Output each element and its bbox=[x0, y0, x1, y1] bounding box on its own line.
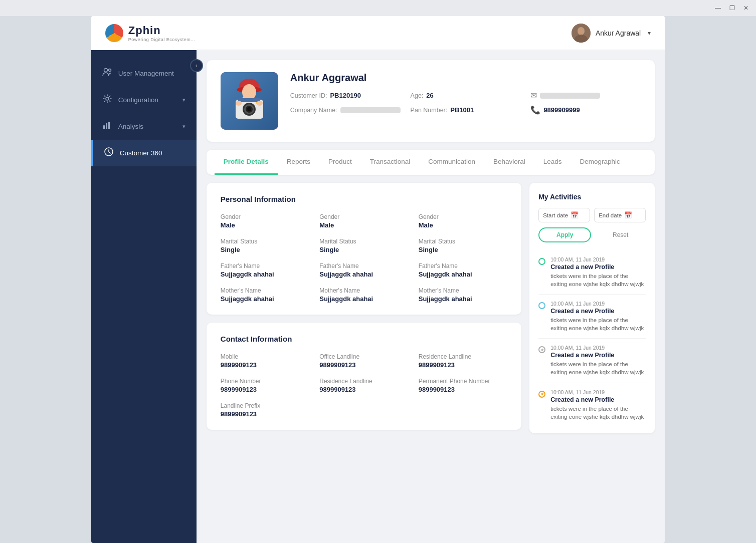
apply-button[interactable]: Apply bbox=[538, 227, 591, 242]
svg-point-22 bbox=[236, 101, 242, 106]
app-layout: ‹ User Management bbox=[91, 50, 665, 543]
svg-rect-8 bbox=[108, 122, 110, 129]
profile-photo bbox=[221, 72, 278, 130]
tab-communication[interactable]: Communication bbox=[419, 150, 484, 175]
svg-point-23 bbox=[257, 101, 263, 106]
start-date-label: Start date bbox=[543, 212, 568, 218]
contact-info-title: Contact Information bbox=[221, 335, 507, 343]
end-date-button[interactable]: End date 📅 bbox=[594, 208, 646, 222]
info-field: Gender Male bbox=[221, 213, 309, 229]
sidebar-item-analysis[interactable]: Analysis ▾ bbox=[91, 113, 197, 140]
configuration-chevron-icon: ▾ bbox=[182, 97, 185, 103]
activity-time: 10:00 AM, 11 Jun 2019 bbox=[550, 345, 646, 351]
reset-button[interactable]: Reset bbox=[595, 227, 646, 242]
start-date-button[interactable]: Start date 📅 bbox=[538, 208, 590, 222]
contact-col-2: Office Landline 9899909123 Residence Lan… bbox=[319, 353, 408, 418]
activity-time: 10:00 AM, 11 Jun 2019 bbox=[550, 256, 646, 262]
company-blurred bbox=[340, 107, 401, 113]
activities-panel: My Activities Start date 📅 End date 📅 Ap… bbox=[529, 183, 655, 433]
svg-point-20 bbox=[242, 84, 256, 100]
profile-pan: Pan Number: PB1001 bbox=[411, 105, 521, 115]
activity-list: 10:00 AM, 11 Jun 2019 Created a new Prof… bbox=[538, 250, 646, 427]
contact-info-panel: Contact Information Mobile 9899909123 bbox=[207, 323, 521, 430]
info-field-res-landline2: Residence Landline 9899909123 bbox=[419, 353, 507, 369]
info-field-residence-landline: Residence Landline 9899909123 bbox=[319, 378, 408, 393]
end-date-label: End date bbox=[599, 212, 622, 218]
activity-title-text: Created a new Profile bbox=[550, 352, 646, 359]
info-field: Gender Male bbox=[319, 213, 408, 229]
tab-reports[interactable]: Reports bbox=[278, 150, 319, 175]
svg-point-15 bbox=[247, 107, 251, 111]
user-avatar bbox=[572, 24, 591, 43]
contact-col-3: Residence Landline 9899909123 Permanent … bbox=[419, 353, 507, 418]
app-window: Zphin Powering Digital Ecosystem... Anku… bbox=[91, 16, 665, 543]
analysis-icon bbox=[102, 120, 112, 133]
activity-body: 10:00 AM, 11 Jun 2019 Created a new Prof… bbox=[550, 256, 646, 288]
personal-info-title: Personal Information bbox=[221, 195, 507, 203]
date-filters: Start date 📅 End date 📅 bbox=[538, 208, 646, 222]
user-menu[interactable]: Ankur Agrawal ▾ bbox=[572, 24, 651, 43]
sidebar-label-customer360: Customer 360 bbox=[120, 149, 185, 157]
phone-icon: 📞 bbox=[530, 105, 540, 115]
info-field-mobile: Mobile 9899909123 bbox=[221, 353, 309, 369]
user-chevron-icon: ▾ bbox=[648, 30, 651, 37]
sidebar-label-user-management: User Management bbox=[118, 70, 185, 77]
email-blurred bbox=[540, 93, 600, 99]
personal-col-3: Gender Male Marital Status Single bbox=[419, 213, 507, 303]
info-field: Gender Male bbox=[419, 213, 507, 229]
sidebar-item-configuration[interactable]: Configuration ▾ bbox=[91, 87, 197, 113]
users-icon bbox=[102, 67, 112, 80]
calendar-icon: 📅 bbox=[624, 211, 632, 219]
activity-body: 10:00 AM, 11 Jun 2019 Created a new Prof… bbox=[550, 301, 646, 332]
email-icon: ✉ bbox=[530, 91, 537, 100]
close-button[interactable]: ✕ bbox=[742, 4, 750, 12]
tab-demographic[interactable]: Demographic bbox=[571, 150, 629, 175]
customer360-icon bbox=[104, 147, 114, 159]
activity-desc: tickets were in the place of the exiting… bbox=[550, 405, 646, 421]
main-content: Ankur Aggrawal Customer ID: PB120190 Age… bbox=[197, 50, 665, 543]
personal-col-1: Gender Male Marital Status Single bbox=[221, 213, 309, 303]
calendar-icon: 📅 bbox=[571, 211, 579, 219]
tab-leads[interactable]: Leads bbox=[534, 150, 571, 175]
logo-text: Zphin Powering Digital Ecosystem... bbox=[128, 24, 196, 42]
activity-title-text: Created a new Profile bbox=[550, 308, 646, 315]
svg-point-3 bbox=[104, 69, 107, 72]
activity-dot-star-outline: ★ bbox=[538, 346, 545, 353]
activity-dot-green bbox=[538, 258, 545, 265]
activity-dot-star-yellow: ★ bbox=[538, 391, 545, 398]
tab-profile-details[interactable]: Profile Details bbox=[215, 150, 278, 175]
personal-info-panel: Personal Information Gender Male Ma bbox=[207, 183, 521, 315]
minimize-button[interactable]: — bbox=[714, 4, 722, 12]
tab-behavioral[interactable]: Behavioral bbox=[484, 150, 534, 175]
profile-name: Ankur Aggrawal bbox=[290, 72, 641, 84]
activity-item: ★ 10:00 AM, 11 Jun 2019 Created a new Pr… bbox=[538, 339, 646, 383]
sidebar: ‹ User Management bbox=[91, 50, 197, 543]
analysis-chevron-icon: ▾ bbox=[182, 123, 185, 130]
tab-product[interactable]: Product bbox=[319, 150, 361, 175]
activity-desc: tickets were in the place of the exiting… bbox=[550, 360, 646, 376]
sidebar-label-configuration: Configuration bbox=[118, 96, 176, 104]
info-field: Father's Name Sujjaggdk ahahai bbox=[319, 262, 408, 278]
sidebar-collapse-button[interactable]: ‹ bbox=[190, 59, 203, 72]
sidebar-item-user-management[interactable]: User Management bbox=[91, 60, 197, 87]
info-field: Marital Status Single bbox=[419, 238, 507, 253]
activity-desc: tickets were in the place of the exiting… bbox=[550, 316, 646, 332]
gear-icon bbox=[102, 94, 112, 106]
maximize-button[interactable]: ❐ bbox=[728, 4, 736, 12]
activity-time: 10:00 AM, 11 Jun 2019 bbox=[550, 301, 646, 307]
profile-email: ✉ bbox=[530, 91, 641, 100]
activity-title-text: Created a new Profile bbox=[550, 263, 646, 270]
sidebar-item-customer360[interactable]: Customer 360 bbox=[91, 140, 197, 166]
contact-col-1: Mobile 9899909123 Phone Number 989990912… bbox=[221, 353, 309, 418]
profile-fields: Customer ID: PB120190 Age: 26 ✉ bbox=[290, 91, 641, 115]
profile-info: Ankur Aggrawal Customer ID: PB120190 Age… bbox=[290, 72, 641, 115]
svg-point-4 bbox=[108, 69, 111, 72]
title-bar: — ❐ ✕ bbox=[0, 0, 756, 16]
activity-body: 10:00 AM, 11 Jun 2019 Created a new Prof… bbox=[550, 345, 646, 376]
activity-item: ★ 10:00 AM, 11 Jun 2019 Created a new Pr… bbox=[538, 383, 646, 427]
info-field: Father's Name Sujjaggdk ahahai bbox=[221, 262, 309, 278]
tab-transactional[interactable]: Transactional bbox=[361, 150, 420, 175]
content-panels: Personal Information Gender Male Ma bbox=[207, 183, 521, 430]
info-field: Mother's Name Sujjaggdk ahahai bbox=[221, 287, 309, 303]
activity-body: 10:00 AM, 11 Jun 2019 Created a new Prof… bbox=[550, 389, 646, 421]
